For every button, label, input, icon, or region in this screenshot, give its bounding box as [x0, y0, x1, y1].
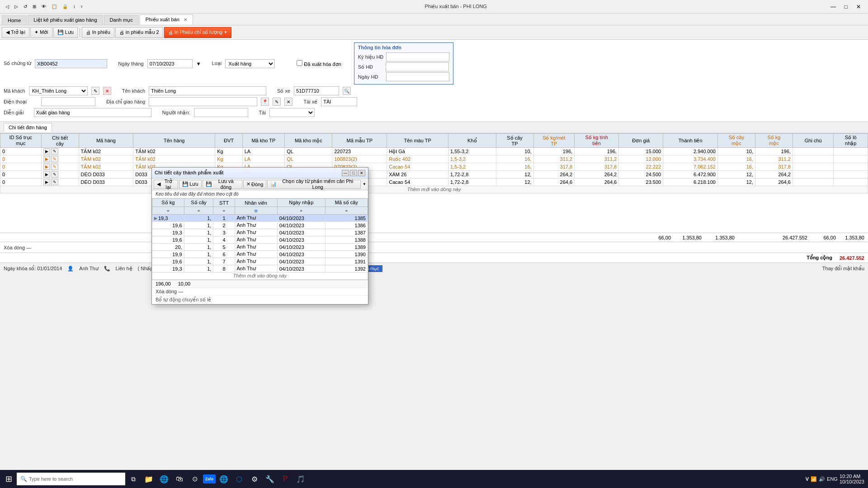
dia-chi-edit-icon[interactable]: ✎ — [273, 98, 281, 106]
save-button[interactable]: 💾 Lưu — [53, 27, 78, 38]
row-expand-icon[interactable]: ▶ — [43, 156, 50, 162]
nguoi-nhan-input[interactable] — [194, 108, 248, 117]
search-placeholder[interactable]: Type here to search — [29, 476, 73, 482]
row-edit-icon[interactable]: ✎ — [51, 156, 58, 162]
icon-more[interactable]: › — [79, 3, 84, 10]
icon-lock[interactable]: 🔒 — [61, 3, 70, 10]
row-expand-icon[interactable]: ▶ — [43, 148, 50, 155]
add-row-text[interactable]: Thêm mới vào dòng này — [0, 186, 868, 193]
tab-phieuxuatban[interactable]: Phiếu xuất bán ✕ — [140, 14, 193, 25]
icon-arrow-left[interactable]: ◁ — [4, 3, 11, 10]
back-button[interactable]: ◀ Trở lại — [2, 27, 29, 38]
modal-maximize-button[interactable]: □ — [350, 170, 357, 176]
print-qty-button[interactable]: 🖨 In Phiếu chỉ số lượng ▼ — [164, 27, 231, 38]
xoa-dong-button[interactable]: Xóa dòng — — [4, 245, 31, 250]
ky-hieu-hd-input[interactable] — [386, 52, 449, 61]
tab-danhmuc[interactable]: Danh mục — [104, 15, 139, 25]
ngay-thang-input[interactable] — [147, 59, 193, 68]
tray-sound-icon[interactable]: 🔊 — [819, 476, 825, 482]
modal-xoa-dong[interactable]: Xóa dòng — — [152, 287, 368, 295]
thay-doi-mat-khau[interactable]: Thay đổi mật khẩu — [822, 266, 864, 272]
minimize-button[interactable]: — — [827, 2, 839, 11]
tab-close-icon[interactable]: ✕ — [184, 17, 187, 22]
row-edit-icon[interactable]: ✎ — [51, 148, 58, 155]
row-edit-icon[interactable]: ✎ — [51, 171, 58, 178]
taskbar-app1-icon[interactable]: 🔧 — [263, 472, 277, 486]
taskbar-edge-icon[interactable]: 🌐 — [157, 472, 171, 486]
so-chung-tu-input[interactable] — [35, 59, 107, 68]
close-button[interactable]: ✕ — [853, 2, 864, 11]
taskbar-files-icon[interactable]: 📁 — [142, 472, 156, 486]
row-expand-icon[interactable]: ▶ — [43, 171, 50, 178]
modal-save-button[interactable]: 💾 Lưu — [179, 180, 201, 189]
tray-v-icon[interactable]: V — [806, 476, 809, 482]
modal-table-row[interactable]: 19,3 1, 3 Anh Thư 04/10/2023 1387 — [152, 229, 368, 236]
modal-save-close-button[interactable]: 💾 Lưu và đóng — [203, 180, 242, 189]
calendar-icon[interactable]: ▼ — [196, 61, 201, 66]
taskbar-globe2-icon[interactable]: 🌐 — [217, 472, 231, 486]
dia-chi-clear-icon[interactable]: ✕ — [284, 98, 292, 106]
table-row[interactable]: 0 ▶ ✎ TẦM k02 TẦM k02 Kg LA QL 100823(2)… — [0, 155, 868, 163]
modal-table-wrapper[interactable]: Số kg Số cây STT Nhân viên Ngày nhập Mã … — [152, 198, 368, 280]
modal-table-row[interactable]: 19,9 1, 6 Anh Thư 04/10/2023 1390 — [152, 251, 368, 258]
icon-eye[interactable]: 👁 — [40, 3, 48, 10]
dia-chi-giao-hang-input[interactable] — [149, 97, 257, 106]
modal-close-btn[interactable]: ✕ Đóng — [243, 180, 266, 189]
taskbar-settings-icon[interactable]: ⚙ — [247, 472, 262, 486]
taskbar-app3-icon[interactable]: 🎵 — [293, 472, 308, 486]
icon-swap[interactable]: ↕ — [71, 3, 77, 10]
modal-dropdown-arrow[interactable]: ▼ — [363, 182, 366, 186]
maximize-button[interactable]: □ — [840, 2, 852, 11]
tab-chi-tiet-don-hang[interactable]: Chi tiết đơn hàng — [4, 123, 52, 132]
dien-thoai-input[interactable] — [41, 97, 95, 106]
row-expand-icon[interactable]: ▶ — [43, 179, 50, 185]
ma-khach-clear-icon[interactable]: ✕ — [103, 87, 111, 95]
icon-arrow-right[interactable]: ▷ — [13, 3, 20, 10]
taskbar-store-icon[interactable]: 🛍 — [172, 472, 187, 486]
cell-chitiet[interactable]: ▶ ✎ — [41, 148, 79, 155]
modal-add-row[interactable]: Thêm mới vào dòng này — [152, 272, 368, 280]
modal-table-row[interactable]: 19,6 1, 2 Anh Thư 04/10/2023 1386 — [152, 222, 368, 229]
taskbar-vscode-icon[interactable]: ⬡ — [232, 472, 246, 486]
modal-table-row[interactable]: 19,3 1, 8 Anh Thư 04/10/2023 1392 — [152, 265, 368, 272]
title-bar-left-icons[interactable]: ◁ ▷ ↺ ⊞ 👁 📋 🔒 ↕ › — [4, 3, 84, 10]
cell-chitiet[interactable]: ▶ ✎ — [41, 155, 79, 163]
modal-add-row-btn[interactable]: ⊕ — [254, 208, 258, 213]
dia-chi-map-icon[interactable]: 📍 — [261, 98, 269, 106]
da-xuat-hoa-don-checkbox[interactable] — [297, 60, 302, 66]
taskbar-task-view-icon[interactable]: ⧉ — [126, 472, 141, 486]
taskbar-zalo-icon[interactable]: Zalo — [203, 474, 216, 483]
modal-table-row[interactable]: 19,6 1, 4 Anh Thư 04/10/2023 1388 — [152, 236, 368, 244]
modal-table-row[interactable]: ▶ 19,3 1, 1 Anh Thư 04/10/2023 1385 — [152, 215, 368, 222]
row-expand-icon[interactable]: ▶ — [43, 164, 50, 170]
tray-network-icon[interactable]: 📶 — [811, 476, 817, 482]
modal-chon-cay-button[interactable]: 📊 Chọn cây từ phần mềm cân Phi Long — [267, 180, 361, 189]
modal-table-row[interactable]: 19,6 1, 7 Anh Thư 04/10/2023 1391 — [152, 258, 368, 265]
cell-chitiet[interactable]: ▶ ✎ — [41, 171, 79, 178]
row-edit-icon[interactable]: ✎ — [51, 164, 58, 170]
modal-close-button[interactable]: ✕ — [358, 170, 365, 176]
modal-window-controls[interactable]: — □ ✕ — [342, 170, 365, 176]
taskbar-app2-icon[interactable]: P — [278, 472, 292, 486]
cell-chitiet[interactable]: ▶ ✎ — [41, 178, 79, 186]
icon-clipboard[interactable]: 📋 — [50, 3, 59, 10]
table-row[interactable]: 0 ▶ ✎ DÉO D033 D033 Kg LA QL 260319 XÁM … — [0, 171, 868, 178]
taskbar-search-bar[interactable]: 🔍 Type here to search — [17, 473, 125, 485]
tai-select[interactable] — [269, 108, 315, 117]
table-row[interactable]: 0 ▶ ✎ DÉO D033 D033 Kg LA QL 110819 Caca… — [0, 178, 868, 186]
cell-chitiet[interactable]: ▶ ✎ — [41, 163, 79, 171]
so-xe-search-icon[interactable]: 🔍 — [343, 87, 351, 95]
modal-table-row[interactable]: 20, 1, 5 Anh Thư 04/10/2023 1389 — [152, 244, 368, 251]
so-xe-input[interactable] — [294, 86, 339, 95]
modal-back-button[interactable]: ◀ Trở lại — [154, 180, 178, 189]
loai-select[interactable]: Xuất hàng — [225, 59, 275, 68]
ten-khach-input[interactable] — [149, 86, 266, 95]
print-button[interactable]: 🖨 In phiếu — [82, 27, 114, 38]
tray-lang[interactable]: ENG — [827, 476, 838, 482]
window-controls[interactable]: — □ ✕ — [827, 2, 864, 11]
so-hd-input[interactable] — [386, 62, 449, 71]
icon-refresh[interactable]: ↺ — [22, 3, 29, 10]
print2-button[interactable]: 🖨 in phiếu mẫu 2 — [115, 27, 163, 38]
dien-giai-input[interactable] — [34, 108, 151, 117]
ma-khach-edit-icon[interactable]: ✎ — [91, 87, 99, 95]
